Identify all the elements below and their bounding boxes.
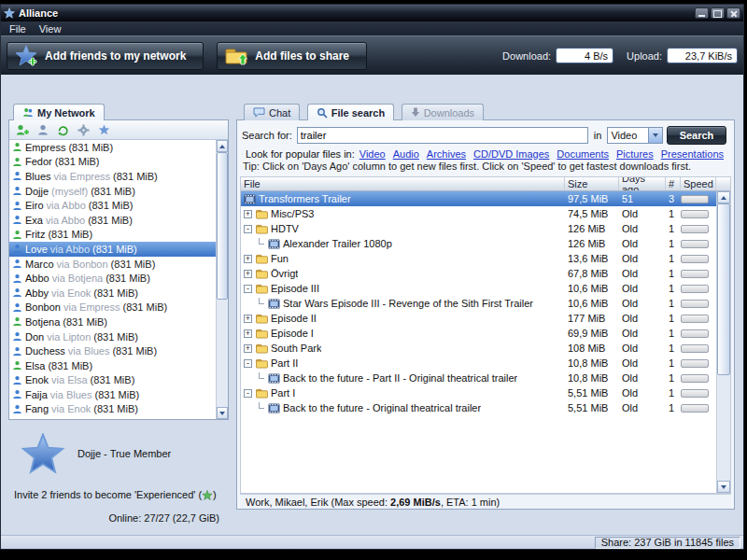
scroll-thumb[interactable] [717,203,730,375]
file-name: Part II [271,357,298,369]
user-row[interactable]: Donvia Lipton(831 MiB) [9,329,216,344]
popular-link[interactable]: Presentations [661,148,724,160]
expand-toggle-icon[interactable]: + [244,344,252,353]
minimize-button[interactable] [695,7,709,19]
user-row[interactable]: Bonbonvia Empress(831 MiB) [9,301,216,315]
file-days-ago: Old [619,357,666,369]
user-row[interactable]: Fritz(831 MiB) [9,228,216,243]
menu-file[interactable]: File [3,23,33,35]
file-days-ago: Old [619,298,666,309]
file-row[interactable]: Back to the future - Original theatrical… [241,400,716,415]
search-input[interactable] [297,127,588,144]
user-row[interactable]: Eirovia Abbo(831 MiB) [9,198,216,213]
file-row[interactable]: +Övrigt67,8 MiBOld1 [241,266,716,281]
user-row[interactable]: Duchessvia Blues(831 MiB) [9,343,216,358]
user-row[interactable]: Exavia Abbo(831 MiB) [9,213,216,228]
tab-chat[interactable]: Chat [244,104,300,120]
expand-toggle-icon[interactable]: + [244,270,252,278]
user-row[interactable]: Fedor(831 MiB) [9,155,216,170]
user-row[interactable]: Botjena(831 MiB) [9,315,216,329]
scroll-down-icon[interactable] [717,481,730,493]
download-label: Download: [502,50,551,62]
column-file[interactable]: File [241,177,565,190]
add-friends-button[interactable]: Add friends to my network [7,42,204,70]
column-days-ago[interactable]: Days ago [619,177,666,190]
add-files-button[interactable]: Add files to share [217,42,367,70]
file-row[interactable]: +Misc/PS374,5 MiBOld1 [241,206,716,221]
user-row[interactable]: Marcovia Bonbon(831 MiB) [9,257,216,272]
popular-link[interactable]: Documents [557,148,609,160]
file-row[interactable]: +Episode II177 MiBOld1 [241,311,716,326]
popular-link[interactable]: Video [359,148,386,160]
user-row[interactable]: Elsa(831 MiB) [9,358,216,373]
popular-link[interactable]: Pictures [616,148,654,160]
tab-file-search[interactable]: File search [307,104,394,120]
file-row[interactable]: +South Park108 MiBOld1 [241,341,716,356]
user-row[interactable]: Abbyvia Enok(831 MiB) [9,286,216,301]
network-users-icon [22,107,34,118]
expand-toggle-icon[interactable]: + [244,315,252,323]
user-name: Duchess [25,345,65,357]
scroll-up-icon[interactable] [717,191,730,203]
file-row[interactable]: Transformers Trailer97,5 MiB513 [241,191,716,206]
close-button[interactable] [726,7,740,19]
expand-toggle-icon[interactable]: + [244,210,252,218]
expand-toggle-icon[interactable]: - [244,359,252,368]
user-list-scrollbar[interactable] [216,140,228,419]
file-name: Misc/PS3 [271,208,314,219]
file-row[interactable]: +Fun13,6 MiBOld1 [241,251,716,266]
user-row[interactable]: Dojje(myself)(831 MiB) [9,184,216,199]
column-speed[interactable]: Speed [681,177,716,190]
network-panel: My Network [8,104,229,524]
expand-toggle-icon[interactable]: - [244,225,252,233]
tab-chat-label: Chat [269,107,290,119]
tab-my-network[interactable]: My Network [13,104,105,120]
chevron-down-icon[interactable] [648,128,662,143]
settings-gear-icon[interactable] [78,124,90,136]
category-select[interactable]: Video [607,127,663,144]
expand-toggle-icon[interactable]: - [244,285,252,293]
file-row[interactable]: -HDTV126 MiBOld1 [241,221,716,236]
popular-link[interactable]: Archives [427,148,466,160]
file-row[interactable]: +Episode I69,9 MiBOld1 [241,326,716,341]
user-row[interactable]: Empress(831 MiB) [9,140,216,155]
expand-toggle-icon[interactable]: + [244,329,252,338]
tab-downloads[interactable]: Downloads [402,104,484,120]
refresh-icon[interactable] [57,124,69,136]
results-scrollbar[interactable] [716,191,730,493]
scroll-track[interactable] [717,203,730,481]
search-button[interactable]: Search [667,126,726,145]
file-row[interactable]: Alexander Trailer 1080p126 MiBOld1 [241,236,716,251]
scroll-track[interactable] [217,152,228,407]
expand-toggle-icon[interactable]: + [244,255,252,263]
menu-view[interactable]: View [33,23,68,35]
user-row[interactable]: Fangvia Enok(831 MiB) [9,402,216,417]
expand-toggle-icon[interactable]: - [244,389,252,398]
user-row[interactable]: Bluesvia Empress(831 MiB) [9,169,216,184]
user-name: Fang [25,403,49,414]
file-days-ago: 51 [619,193,666,204]
add-friend-icon[interactable] [16,124,29,136]
scroll-up-icon[interactable] [217,140,228,152]
user-row[interactable]: Lovevia Abbo(831 MiB) [9,242,216,257]
file-row[interactable]: Back to the future - Part II - Original … [241,371,716,385]
scroll-thumb[interactable] [217,152,228,300]
user-row[interactable]: Enokvia Elsa(831 MiB) [9,373,216,388]
user-icon [12,302,22,313]
file-row[interactable]: -Part II10,8 MiBOld1 [241,356,716,371]
popular-link[interactable]: Audio [393,148,419,160]
scroll-down-icon[interactable] [217,407,228,419]
user-via: via Abbo [47,200,86,211]
file-row[interactable]: -Episode III10,6 MiBOld1 [241,281,716,296]
user-row[interactable]: Faijavia Blues(831 MiB) [9,387,216,402]
network-icon[interactable] [98,124,110,135]
file-row[interactable]: -Part I5,51 MiBOld1 [241,385,716,400]
user-icon[interactable] [37,124,49,136]
popular-link[interactable]: CD/DVD Images [473,148,549,160]
maximize-button[interactable] [711,7,725,19]
column-sources[interactable]: # [666,177,681,190]
user-row[interactable]: Abbovia Botjena(831 MiB) [9,271,216,286]
file-row[interactable]: Star Wars Episode III - Revenge of the S… [241,296,716,311]
status-suffix: , ETA: 1 min) [441,497,500,508]
column-size[interactable]: Size [565,177,619,190]
